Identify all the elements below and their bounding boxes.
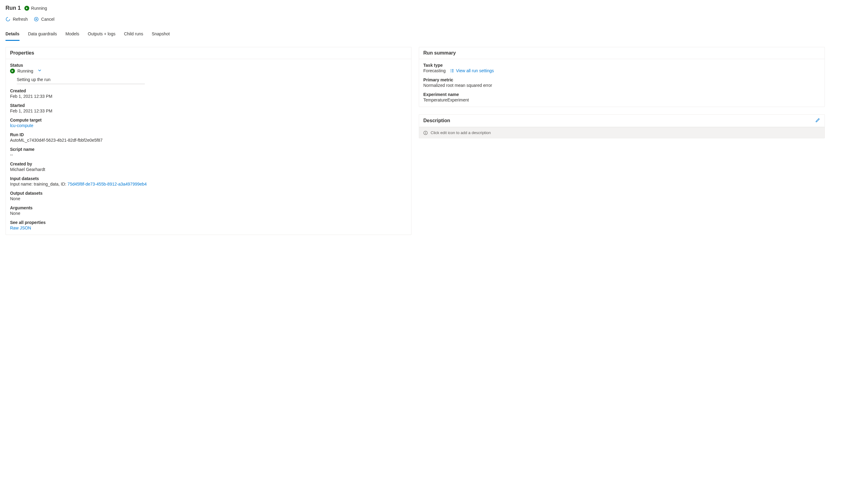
created-label: Created xyxy=(10,88,407,93)
refresh-button[interactable]: Refresh xyxy=(5,17,28,22)
page-header: Run 1 Running xyxy=(5,5,843,11)
compute-target-link[interactable]: lcu-compute xyxy=(10,123,407,128)
started-label: Started xyxy=(10,103,407,108)
running-icon xyxy=(10,69,15,73)
header-status-text: Running xyxy=(31,6,47,11)
script-name-value: -- xyxy=(10,152,407,157)
svg-point-2 xyxy=(425,132,426,132)
toolbar: Refresh Cancel xyxy=(5,17,843,22)
arguments-label: Arguments xyxy=(10,205,407,210)
run-id-label: Run ID xyxy=(10,132,407,137)
tabs: Details Data guardrails Models Outputs +… xyxy=(5,29,843,41)
view-all-run-settings-label: View all run settings xyxy=(456,68,494,73)
input-dataset-id-link[interactable]: 75d45f8f-de73-455b-8912-a3a497999eb4 xyxy=(67,182,147,186)
status-value-row: Running xyxy=(10,68,42,73)
edit-description-button[interactable] xyxy=(815,118,820,124)
created-by-label: Created by xyxy=(10,162,407,166)
status-value: Running xyxy=(17,69,33,73)
refresh-icon xyxy=(5,17,11,22)
tab-outputs-logs[interactable]: Outputs + logs xyxy=(88,29,116,41)
experiment-name-value: TemperatureExperiment xyxy=(423,97,820,102)
chevron-down-icon xyxy=(37,68,42,73)
run-summary-card: Run summary Task type Forecasting View a… xyxy=(419,47,825,107)
input-datasets-label: Input datasets xyxy=(10,176,407,181)
task-type-value: Forecasting xyxy=(423,68,446,73)
input-datasets-prefix: Input name: training_data, ID: xyxy=(10,182,67,186)
input-datasets-value: Input name: training_data, ID: 75d45f8f-… xyxy=(10,182,407,186)
experiment-name-label: Experiment name xyxy=(423,92,820,97)
cancel-label: Cancel xyxy=(41,17,55,22)
see-all-properties-label: See all properties xyxy=(10,220,407,225)
output-datasets-label: Output datasets xyxy=(10,191,407,196)
refresh-label: Refresh xyxy=(13,17,28,22)
tab-models[interactable]: Models xyxy=(66,29,79,41)
compute-target-label: Compute target xyxy=(10,118,407,123)
description-placeholder-row: Click edit icon to add a description xyxy=(419,127,825,138)
status-progress-rule xyxy=(17,84,145,84)
output-datasets-value: None xyxy=(10,196,407,201)
properties-card-title: Properties xyxy=(6,47,411,59)
view-all-run-settings-link[interactable]: View all run settings xyxy=(450,68,494,73)
running-icon xyxy=(24,6,29,11)
info-icon xyxy=(423,131,428,135)
status-label: Status xyxy=(10,63,407,68)
page-title: Run 1 xyxy=(5,5,21,11)
cancel-icon xyxy=(34,17,39,22)
created-by-value: Michael Gearhardt xyxy=(10,167,407,172)
run-id-value: AutoML_c7430d4f-5623-4b21-82df-fbbf2e0e5… xyxy=(10,138,407,143)
tab-details[interactable]: Details xyxy=(5,29,19,41)
primary-metric-value: Normalized root mean squared error xyxy=(423,83,820,88)
created-value: Feb 1, 2021 12:33 PM xyxy=(10,94,407,99)
arguments-value: None xyxy=(10,211,407,216)
description-placeholder-text: Click edit icon to add a description xyxy=(431,130,491,135)
description-title: Description xyxy=(423,118,450,123)
tab-snapshot[interactable]: Snapshot xyxy=(152,29,170,41)
list-icon xyxy=(450,69,454,73)
run-summary-title: Run summary xyxy=(419,47,825,59)
task-type-label: Task type xyxy=(423,63,820,68)
script-name-label: Script name xyxy=(10,147,407,152)
header-status: Running xyxy=(24,6,47,11)
started-value: Feb 1, 2021 12:33 PM xyxy=(10,108,407,113)
tab-data-guardrails[interactable]: Data guardrails xyxy=(28,29,57,41)
content-columns: Properties Status Running Setting up the… xyxy=(5,47,843,242)
raw-json-link[interactable]: Raw JSON xyxy=(10,226,407,230)
status-substep: Setting up the run xyxy=(17,77,407,82)
pencil-icon xyxy=(815,118,820,123)
primary-metric-label: Primary metric xyxy=(423,77,820,82)
status-expand-toggle[interactable] xyxy=(37,68,42,73)
description-card: Description Click edit icon to add a des… xyxy=(419,114,825,138)
cancel-button[interactable]: Cancel xyxy=(34,17,55,22)
tab-child-runs[interactable]: Child runs xyxy=(124,29,143,41)
properties-card: Properties Status Running Setting up the… xyxy=(5,47,411,235)
